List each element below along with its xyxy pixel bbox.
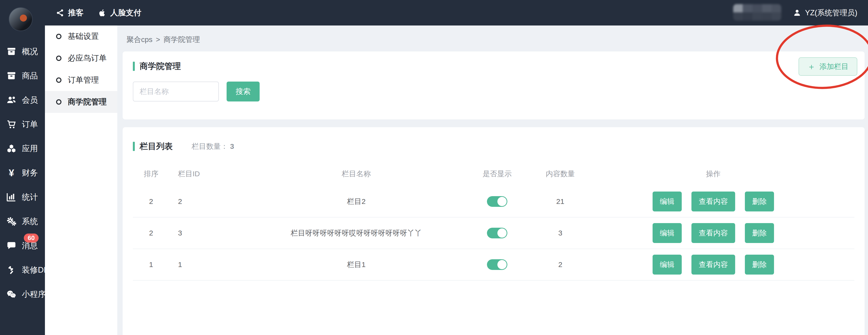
sidebar-item-label: 小程序 xyxy=(22,289,46,300)
column-name-input[interactable] xyxy=(133,81,219,101)
cell-column-id: 2 xyxy=(169,197,247,206)
sidebar-item-label: 装修DIY xyxy=(22,265,51,275)
top-nav-label: 推客 xyxy=(68,7,84,18)
sidebar-item-label: 订单 xyxy=(22,119,38,130)
sidebar-item-label: 应用 xyxy=(22,143,38,154)
person-icon xyxy=(793,9,801,17)
breadcrumb-current: 商学院管理 xyxy=(163,35,200,45)
circle-icon xyxy=(56,56,61,61)
toggle-knob xyxy=(497,197,507,206)
add-column-label: 添加栏目 xyxy=(819,62,848,72)
top-bar: 推客 人脸支付 YZ(系统管理员) xyxy=(0,0,868,26)
top-bar-right: YZ(系统管理员) xyxy=(733,5,857,21)
submenu: 基础设置 必应鸟订单 订单管理 商学院管理 xyxy=(45,26,117,335)
view-content-button[interactable]: 查看内容 xyxy=(691,223,735,243)
cell-sort: 1 xyxy=(133,261,169,269)
user-name-label: YZ(系统管理员) xyxy=(805,8,857,18)
cell-sort: 2 xyxy=(133,197,169,206)
visible-toggle[interactable] xyxy=(487,259,507,270)
top-nav-face-pay[interactable]: 人脸支付 xyxy=(98,7,141,18)
submenu-item-label: 订单管理 xyxy=(68,75,99,86)
toggle-knob xyxy=(497,260,507,269)
delete-button[interactable]: 删除 xyxy=(745,192,774,211)
cell-sort: 2 xyxy=(133,229,169,237)
user-avatar[interactable] xyxy=(9,7,33,31)
top-nav: 推客 人脸支付 xyxy=(56,7,141,18)
submenu-item-business-school[interactable]: 商学院管理 xyxy=(45,91,117,113)
header-name: 栏目名称 xyxy=(247,169,466,179)
sidebar-item-label: 财务 xyxy=(22,168,38,178)
submenu-item-bingbird-orders[interactable]: 必应鸟订单 xyxy=(45,47,117,69)
submenu-item-basic-settings[interactable]: 基础设置 xyxy=(45,26,117,47)
sidebar-item-finance[interactable]: ¥ 财务 xyxy=(0,161,45,185)
bar-chart-icon xyxy=(6,192,17,202)
gears-icon xyxy=(6,216,17,227)
top-nav-label: 人脸支付 xyxy=(110,7,141,18)
cell-content-count: 21 xyxy=(529,197,592,206)
title-accent-bar xyxy=(133,62,135,71)
sidebar-item-label: 概况 xyxy=(22,46,38,57)
edit-button[interactable]: 编辑 xyxy=(653,223,682,243)
sidebar-item-messages[interactable]: 消息 60 xyxy=(0,234,45,258)
sidebar-item-apps[interactable]: 应用 xyxy=(0,136,45,161)
header-content-count: 内容数量 xyxy=(529,169,592,179)
add-column-button[interactable]: ＋ 添加栏目 xyxy=(799,57,857,76)
cell-column-id: 3 xyxy=(169,229,247,237)
user-menu[interactable]: YZ(系统管理员) xyxy=(793,8,857,18)
sidebar-item-label: 会员 xyxy=(22,95,38,106)
cell-actions: 编辑 查看内容 删除 xyxy=(641,255,786,274)
submenu-item-label: 商学院管理 xyxy=(68,97,106,107)
sidebar-item-products[interactable]: 商品 xyxy=(0,64,45,88)
cell-content-count: 3 xyxy=(529,229,592,237)
delete-button[interactable]: 删除 xyxy=(745,223,774,243)
share-icon xyxy=(56,9,64,17)
visible-toggle[interactable] xyxy=(487,196,507,207)
cell-column-name: 栏目1 xyxy=(247,260,466,270)
sidebar-item-statistics[interactable]: 统计 xyxy=(0,185,45,209)
submenu-item-label: 必应鸟订单 xyxy=(68,53,106,64)
table-row: 1 1 栏目1 2 编辑 查看内容 删除 xyxy=(133,249,855,280)
sidebar-item-decorate-diy[interactable]: 装修DIY xyxy=(0,258,45,282)
header-sort: 排序 xyxy=(133,169,169,179)
breadcrumb: 聚合cps > 商学院管理 xyxy=(127,35,865,44)
column-list-panel: 栏目列表 栏目数量： 3 排序 栏目ID 栏目名称 是否显示 内容数量 操作 2… xyxy=(123,127,865,335)
edit-button[interactable]: 编辑 xyxy=(653,192,682,211)
panel-title: 商学院管理 xyxy=(140,61,181,72)
table-header-row: 排序 栏目ID 栏目名称 是否显示 内容数量 操作 xyxy=(133,164,855,183)
submenu-item-order-management[interactable]: 订单管理 xyxy=(45,69,117,91)
redacted-blur-block xyxy=(733,4,781,21)
table-body: 2 2 栏目2 21 编辑 查看内容 删除 2 3 栏目呀呀呀呀呀呀哎呀呀呀呀呀… xyxy=(133,186,855,280)
cell-column-id: 1 xyxy=(169,261,247,269)
sidebar-item-mini-program[interactable]: 小程序 xyxy=(0,282,45,306)
circle-icon xyxy=(56,99,61,105)
sidebar-item-system[interactable]: 系统 xyxy=(0,209,45,234)
submenu-item-label: 基础设置 xyxy=(68,31,99,42)
table-row: 2 3 栏目呀呀呀呀呀呀哎呀呀呀呀呀呀呀丫丫 3 编辑 查看内容 删除 xyxy=(133,217,855,249)
cell-actions: 编辑 查看内容 删除 xyxy=(641,192,786,211)
sidebar-item-orders[interactable]: 订单 xyxy=(0,112,45,136)
apple-icon xyxy=(98,9,106,17)
yen-icon: ¥ xyxy=(6,168,17,178)
cell-column-name: 栏目呀呀呀呀呀呀哎呀呀呀呀呀呀呀丫丫 xyxy=(247,228,466,238)
panel-title: 栏目列表 xyxy=(140,141,173,152)
breadcrumb-link[interactable]: 聚合cps xyxy=(127,35,153,45)
wechat-icon xyxy=(6,289,17,299)
breadcrumb-separator: > xyxy=(156,35,160,44)
edit-button[interactable]: 编辑 xyxy=(653,255,682,274)
plus-icon: ＋ xyxy=(807,62,815,71)
message-count-badge: 60 xyxy=(24,234,39,242)
visible-toggle[interactable] xyxy=(487,228,507,238)
header-visible: 是否显示 xyxy=(466,169,529,179)
cubes-icon xyxy=(6,143,17,154)
sidebar-item-overview[interactable]: 概况 xyxy=(0,39,45,64)
view-content-button[interactable]: 查看内容 xyxy=(691,192,735,211)
archive-icon xyxy=(6,46,17,57)
search-button[interactable]: 搜索 xyxy=(226,81,259,101)
view-content-button[interactable]: 查看内容 xyxy=(691,255,735,274)
main-content: 聚合cps > 商学院管理 商学院管理 搜索 ＋ 添加栏目 xyxy=(117,26,868,335)
top-nav-tuike[interactable]: 推客 xyxy=(56,7,84,18)
sidebar-item-members[interactable]: 会员 xyxy=(0,88,45,112)
manage-panel: 商学院管理 搜索 ＋ 添加栏目 xyxy=(123,52,865,120)
header-id: 栏目ID xyxy=(169,169,247,179)
delete-button[interactable]: 删除 xyxy=(745,255,774,274)
